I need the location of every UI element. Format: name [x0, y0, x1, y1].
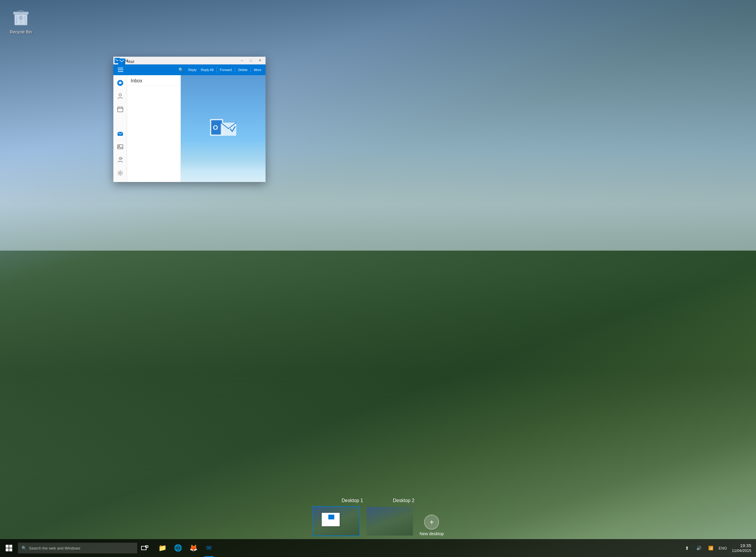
sidebar-accounts-icon[interactable] — [115, 154, 125, 165]
hamburger-line-3 — [118, 71, 123, 72]
svg-point-19 — [119, 172, 121, 174]
sidebar-settings-icon[interactable] — [115, 168, 125, 178]
delete-button[interactable]: Delete — [236, 67, 250, 72]
taskbar-apps: 📁 🌐 🦊 ✉ — [154, 539, 216, 557]
hamburger-menu-button[interactable] — [116, 65, 125, 75]
outlook-logo: O — [208, 117, 238, 141]
desktop1-thumb-bg — [313, 507, 359, 535]
firefox-icon: 🦊 — [190, 544, 198, 552]
toolbar-divider-1 — [216, 67, 217, 73]
recycle-bin-label: Recycle Bin — [10, 29, 32, 35]
sidebar-bottom — [115, 128, 125, 180]
mail-floating-title: Mail — [118, 58, 134, 64]
toolbar-divider-2 — [235, 67, 235, 73]
task-view-secondary-rect — [145, 545, 148, 548]
mail-sidebar — [113, 75, 127, 182]
mail-reading-panel: O — [181, 75, 265, 182]
new-desktop-plus-icon: + — [424, 515, 439, 530]
toolbar-actions: Reply Reply All Forward Delete More — [186, 67, 263, 73]
svg-text:O: O — [213, 124, 218, 131]
volume-icon[interactable]: 🔊 — [694, 539, 704, 557]
hamburger-line-1 — [118, 68, 123, 68]
mail-list-panel: Inbox — [127, 75, 181, 182]
desktop1-mail-icon — [328, 515, 335, 520]
start-icon-sq3 — [6, 548, 9, 551]
taskbar-search-text: Search the web and Windows — [29, 546, 80, 551]
recycle-bin-icon: ♻ — [10, 7, 31, 28]
svg-rect-1 — [13, 12, 28, 14]
taskbar-mail-icon: ✉ — [206, 544, 211, 552]
file-explorer-icon: 📁 — [158, 544, 167, 552]
mail-floating-title-text: Mail — [127, 59, 134, 64]
language-button[interactable]: ENG — [718, 546, 728, 551]
restore-button[interactable]: □ — [246, 57, 255, 64]
taskbar-date: 11/04/2015 — [732, 548, 751, 553]
ground-overlay — [0, 205, 756, 539]
desktop1-thumb-img — [312, 506, 360, 536]
start-icon — [6, 545, 12, 551]
window-chrome: Mail ─ □ ✕ — [113, 57, 265, 64]
sidebar-image-icon[interactable] — [115, 141, 125, 152]
forward-button[interactable]: Forward — [218, 67, 234, 72]
taskbar-mail[interactable]: ✉ — [201, 539, 216, 557]
svg-rect-15 — [118, 145, 123, 149]
desktop1-label: Desktop 1 — [342, 498, 363, 503]
new-desktop-button[interactable]: + New desktop — [420, 515, 444, 536]
taskbar-search-icon: 🔍 — [22, 546, 27, 551]
task-view-icon — [141, 545, 148, 551]
toolbar-divider-3 — [251, 67, 251, 73]
task-view-button[interactable] — [137, 539, 152, 557]
sidebar-contacts-icon[interactable] — [115, 91, 125, 101]
more-button[interactable]: More — [252, 67, 263, 72]
desktop2-label: Desktop 2 — [393, 498, 414, 503]
recycle-bin[interactable]: ♻ Recycle Bin — [6, 6, 36, 36]
start-icon-sq1 — [6, 545, 9, 548]
reply-button[interactable]: Reply — [186, 67, 198, 72]
mail-title-icon — [118, 58, 125, 64]
taskbar-right: ⬆ 🔊 📶 ENG 19:35 11/04/2015 — [682, 539, 756, 557]
desktop2-thumbnail[interactable] — [366, 506, 414, 536]
desktop1-thumbnail[interactable] — [312, 506, 360, 536]
mail-content: Inbox O — [113, 75, 265, 182]
svg-point-9 — [119, 94, 121, 96]
mail-list-header: Inbox — [127, 75, 180, 86]
taskbar-search[interactable]: 🔍 Search the web and Windows — [18, 543, 137, 553]
mail-list-items — [127, 86, 180, 182]
start-icon-sq2 — [9, 545, 12, 548]
virtual-desktops: Desktop 1 Desktop 2 + New desktop — [312, 498, 444, 536]
svg-rect-10 — [118, 107, 123, 112]
sidebar-inbox-icon[interactable] — [115, 78, 125, 88]
close-button[interactable]: ✕ — [255, 57, 264, 64]
desktop2-thumb-bg — [367, 507, 413, 535]
reply-all-button[interactable]: Reply All — [199, 67, 215, 72]
network-icon[interactable]: 📶 — [705, 539, 716, 557]
taskbar-time: 19:35 — [740, 543, 751, 548]
new-desktop-label: New desktop — [420, 531, 444, 536]
desktop2-thumb-img — [366, 506, 414, 536]
taskbar-file-explorer[interactable]: 📁 — [154, 539, 170, 557]
mail-window: Mail ─ □ ✕ 🔍 Reply Reply All Forward Del… — [113, 57, 265, 182]
desktop-thumbnails: + New desktop — [312, 506, 444, 536]
mail-toolbar: 🔍 Reply Reply All Forward Delete More — [113, 64, 265, 75]
desktop-labels: Desktop 1 Desktop 2 — [342, 498, 414, 503]
hamburger-line-2 — [118, 69, 123, 70]
taskbar: 🔍 Search the web and Windows 📁 🌐 🦊 ✉ ⬆ 🔊 — [0, 539, 756, 557]
start-icon-sq4 — [9, 548, 12, 551]
window-controls: ─ □ ✕ — [237, 57, 264, 64]
sidebar-mail-icon[interactable] — [115, 128, 125, 139]
svg-text:♻: ♻ — [19, 15, 23, 21]
search-button[interactable]: 🔍 — [177, 66, 185, 74]
ie-icon: 🌐 — [174, 544, 182, 552]
taskbar-clock[interactable]: 19:35 11/04/2015 — [729, 543, 754, 553]
start-button[interactable] — [0, 539, 18, 557]
sidebar-calendar-icon[interactable] — [115, 104, 125, 115]
minimize-button[interactable]: ─ — [237, 57, 246, 64]
taskbar-ie[interactable]: 🌐 — [170, 539, 185, 557]
taskbar-firefox[interactable]: 🦊 — [185, 539, 201, 557]
tray-icon-1[interactable]: ⬆ — [682, 539, 693, 557]
